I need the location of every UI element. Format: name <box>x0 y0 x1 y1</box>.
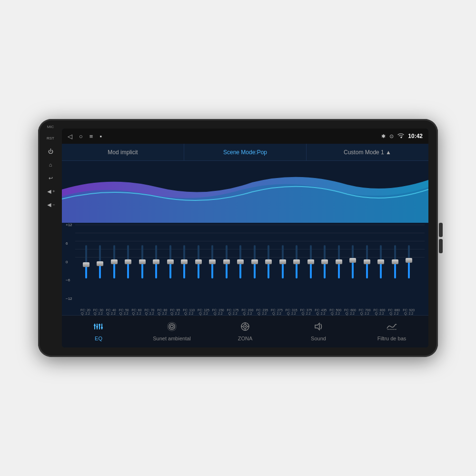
vol-up-button[interactable]: ◄+ <box>45 186 56 197</box>
slider-thumb-235[interactable] <box>265 259 272 264</box>
slider-col-200[interactable] <box>254 245 256 288</box>
slider-thumb-375[interactable] <box>307 259 314 264</box>
slider-col-150[interactable] <box>226 245 228 288</box>
nav-icons: ◁ ○ ≡ ▪ <box>68 133 102 140</box>
slider-col-700[interactable] <box>366 245 368 288</box>
freq-label-col-175: FC: 175Q: 2.2 <box>227 308 239 315</box>
tab-zona[interactable]: ZONA <box>208 316 282 347</box>
eq-app: Mod implicit Scene Mode:Pop Custom Mode … <box>62 144 428 315</box>
left-panel: MIC RST ⏻ ⌂ ↩ ◄+ ◄− <box>44 119 57 357</box>
slider-col-95[interactable] <box>183 245 185 288</box>
slider-col-60[interactable] <box>141 245 143 288</box>
slider-fill-95 <box>183 262 185 278</box>
slider-thumb-95[interactable] <box>181 259 188 264</box>
mode-scene[interactable]: Scene Mode:Pop <box>184 144 307 160</box>
vol-down-button[interactable]: ◄− <box>45 199 56 210</box>
q-label-500: Q: 2.2 <box>331 312 340 315</box>
slider-thumb-30[interactable] <box>97 261 103 266</box>
eq-icon <box>93 322 104 334</box>
waveform-svg <box>62 161 428 223</box>
back-button[interactable]: ↩ <box>45 173 56 183</box>
tab-eq[interactable]: EQ <box>62 316 135 347</box>
freq-label-col-60: FC: 60Q: 2.2 <box>132 308 142 315</box>
slider-thumb-275[interactable] <box>279 259 286 264</box>
slider-thumb-40[interactable] <box>111 259 118 264</box>
slider-fill-125 <box>211 262 213 278</box>
slider-thumb-175[interactable] <box>237 259 244 264</box>
slider-col-800[interactable] <box>380 245 382 288</box>
slider-col-275[interactable] <box>282 245 284 288</box>
slider-thumb-60[interactable] <box>139 259 146 264</box>
recent-nav-icon[interactable]: ▪ <box>99 133 102 140</box>
fc-label-200: FC: 200 <box>241 308 253 312</box>
slider-fill-860 <box>394 262 396 278</box>
slider-col-50[interactable] <box>127 245 129 288</box>
slider-col-40[interactable] <box>113 245 115 288</box>
freq-label-col-20: FC: 20Q: 2.2 <box>80 308 90 315</box>
slider-fill-110 <box>198 262 199 278</box>
slider-col-435[interactable] <box>324 245 326 288</box>
slider-track-20 <box>85 245 87 278</box>
slider-col-70[interactable] <box>155 245 157 288</box>
slider-col-125[interactable] <box>211 245 213 288</box>
slider-thumb-70[interactable] <box>153 259 159 264</box>
slider-thumb-125[interactable] <box>209 259 216 264</box>
slider-thumb-20[interactable] <box>83 262 89 267</box>
slider-col-375[interactable] <box>310 245 312 288</box>
slider-fill-60 <box>141 262 143 278</box>
mode-implicit[interactable]: Mod implicit <box>62 144 184 160</box>
freq-label-col-235: FC: 235Q: 2.2 <box>256 308 268 315</box>
home-button[interactable]: ⌂ <box>45 159 56 170</box>
slider-col-80[interactable] <box>169 245 171 288</box>
mode-custom[interactable]: Custom Mode 1 ▲ <box>307 144 428 160</box>
slider-thumb-860[interactable] <box>392 259 398 264</box>
rst-button[interactable]: RST <box>45 133 56 143</box>
svg-point-11 <box>245 326 246 327</box>
slider-thumb-600[interactable] <box>349 258 356 263</box>
tab-sound[interactable]: Sound <box>282 316 355 347</box>
slider-col-600[interactable] <box>352 245 354 288</box>
freq-label-col-500: FC: 500Q: 2.2 <box>329 308 341 315</box>
tab-ambient[interactable]: Sunet ambiental <box>135 316 208 347</box>
freq-label-col-200: FC: 200Q: 2.2 <box>241 308 253 315</box>
slider-fill-150 <box>226 262 228 278</box>
tab-bass[interactable]: Filtru de bas <box>355 316 428 347</box>
slider-col-110[interactable] <box>198 245 199 288</box>
slider-col-920[interactable] <box>408 245 410 288</box>
slider-fill-80 <box>169 262 171 278</box>
slider-thumb-920[interactable] <box>406 258 412 263</box>
slider-col-315[interactable] <box>296 245 298 288</box>
back-nav-icon[interactable]: ◁ <box>68 133 72 140</box>
slider-thumb-500[interactable] <box>336 259 342 264</box>
slider-thumb-315[interactable] <box>293 259 300 264</box>
slider-col-30[interactable] <box>99 245 101 288</box>
freq-label-col-50: FC: 50Q: 2.2 <box>119 308 129 315</box>
slider-col-175[interactable] <box>239 245 241 288</box>
slider-thumb-700[interactable] <box>364 259 370 264</box>
slider-thumb-110[interactable] <box>195 259 202 264</box>
fc-label-70: FC: 70 <box>144 308 154 312</box>
slider-track-125 <box>211 245 213 278</box>
q-label-30: Q: 2.2 <box>94 312 103 315</box>
slider-thumb-150[interactable] <box>223 259 230 264</box>
slider-fill-920 <box>408 260 410 279</box>
slider-col-235[interactable] <box>268 245 269 288</box>
slider-thumb-800[interactable] <box>377 259 384 264</box>
home-nav-icon[interactable]: ○ <box>79 133 83 140</box>
fc-label-60: FC: 60 <box>132 308 142 312</box>
slider-thumb-80[interactable] <box>167 259 174 264</box>
q-label-125: Q: 2.2 <box>199 312 208 315</box>
slider-col-860[interactable] <box>394 245 396 288</box>
slider-thumb-200[interactable] <box>251 259 258 264</box>
power-button[interactable]: ⏻ <box>45 146 56 157</box>
status-bar: ◁ ○ ≡ ▪ ✱ ⊙ 10:42 <box>62 129 428 144</box>
slider-thumb-50[interactable] <box>125 259 131 264</box>
slider-col-500[interactable] <box>338 245 340 288</box>
slider-thumb-435[interactable] <box>321 259 328 264</box>
menu-nav-icon[interactable]: ≡ <box>89 133 93 140</box>
mode-custom-label: Custom Mode 1 ▲ <box>344 149 391 156</box>
q-label-700: Q: 2.2 <box>360 312 369 315</box>
slider-col-20[interactable] <box>85 245 87 288</box>
slider-fill-435 <box>324 262 326 278</box>
slider-track-315 <box>296 245 298 278</box>
